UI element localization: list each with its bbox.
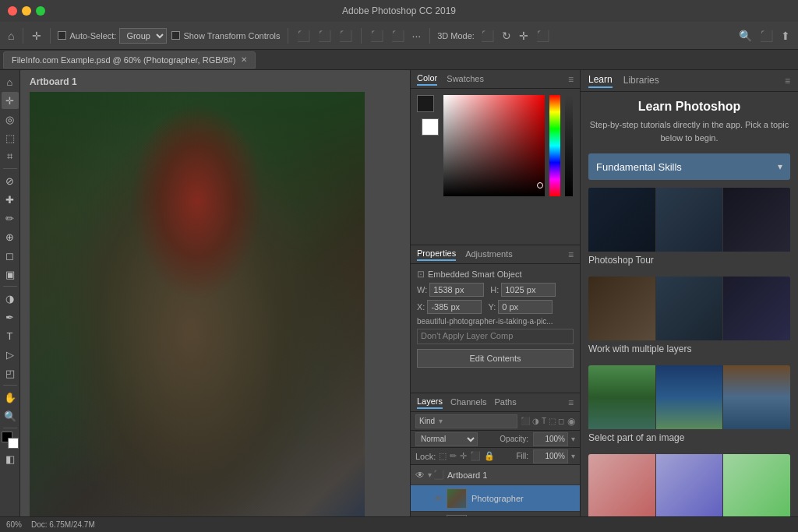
fundamental-skills-header[interactable]: Fundamental Skills ▾ — [588, 153, 790, 180]
hand-tool[interactable]: ✋ — [2, 389, 19, 406]
path-select-tool[interactable]: ▷ — [2, 346, 19, 363]
dodge-tool[interactable]: ◑ — [2, 290, 19, 307]
filter-smart-icon[interactable]: ◻ — [558, 417, 564, 425]
properties-panel-menu-icon[interactable]: ≡ — [568, 249, 574, 260]
layer-comp-dropdown[interactable]: Don't Apply Layer Comp — [417, 329, 574, 344]
select-part-thumb — [588, 365, 790, 429]
zoom-tool[interactable]: 🔍 — [2, 407, 19, 425]
foreground-color-swatch[interactable] — [417, 95, 434, 112]
close-button[interactable] — [8, 6, 17, 16]
healing-tool[interactable]: ✚ — [2, 191, 19, 208]
eyedropper-tool[interactable]: ⊘ — [2, 172, 19, 189]
share-icon[interactable]: ⬆ — [779, 28, 792, 44]
transform-checkbox[interactable] — [171, 31, 180, 40]
alpha-slider[interactable] — [565, 95, 573, 196]
lock-artboard-icon[interactable]: ⬛ — [470, 451, 481, 461]
y-input[interactable] — [498, 300, 553, 314]
distribute-icon[interactable]: ⬛ — [369, 28, 385, 44]
blend-mode-select[interactable]: Normal — [415, 432, 478, 446]
multiple-layers-card[interactable]: Work with multiple layers — [588, 277, 790, 358]
learn-panel-menu-icon[interactable]: ≡ — [785, 76, 790, 86]
lasso-tool[interactable]: ◎ — [2, 111, 19, 128]
marquee-tool[interactable]: ⬚ — [2, 129, 19, 146]
title-bar: Adobe Photoshop CC 2019 — [0, 0, 798, 22]
artboard-group-header[interactable]: 👁 ▾ ⬛ Artboard 1 — [411, 465, 580, 485]
lock-pixels-icon[interactable]: ✏ — [450, 451, 457, 461]
tab-close-icon[interactable]: ✕ — [241, 55, 247, 64]
photographer-layer[interactable]: 👁 Photographer — [411, 485, 580, 512]
fill-input[interactable] — [533, 449, 568, 463]
gradient-tool[interactable]: ▣ — [2, 266, 19, 283]
color-tab[interactable]: Color — [417, 73, 437, 86]
hue-slider[interactable] — [549, 95, 560, 196]
properties-tab[interactable]: Properties — [417, 248, 456, 261]
artboard-expand-icon[interactable]: ▾ — [428, 470, 432, 479]
view-icon[interactable]: ⬛ — [758, 28, 775, 44]
auto-select-checkbox[interactable] — [58, 31, 66, 40]
photographer-visibility-icon[interactable]: 👁 — [433, 494, 443, 503]
maximize-button[interactable] — [36, 6, 45, 16]
filter-type-icon[interactable]: T — [542, 417, 546, 425]
photoshop-tour-card[interactable]: Photoshop Tour — [588, 188, 790, 269]
filter-adjust-icon[interactable]: ◑ — [532, 417, 539, 425]
width-input[interactable] — [429, 283, 484, 297]
color-spectrum[interactable] — [443, 95, 545, 196]
quick-mask-tool[interactable]: ◧ — [2, 450, 19, 467]
selection-tool[interactable]: ✛ — [2, 92, 19, 109]
fill-arrow-icon[interactable]: ▾ — [571, 452, 575, 460]
color-panel-menu-icon[interactable]: ≡ — [568, 74, 574, 85]
background-color-swatch[interactable] — [422, 118, 439, 136]
layers-tab[interactable]: Layers — [417, 396, 443, 409]
artboard-eye-icon[interactable]: 👁 — [414, 470, 426, 481]
distribute2-icon[interactable]: ⬛ — [390, 28, 406, 44]
canvas-photo[interactable] — [30, 92, 365, 528]
libraries-tab[interactable]: Libraries — [623, 75, 659, 87]
3d-icon[interactable]: ⬛ — [479, 28, 496, 44]
paths-tab[interactable]: Paths — [495, 397, 517, 408]
filter-pixel-icon[interactable]: ⬛ — [521, 417, 530, 425]
align-left-icon[interactable]: ⬛ — [295, 28, 312, 44]
align-center-icon[interactable]: ⬛ — [316, 28, 333, 44]
opacity-input[interactable] — [533, 432, 568, 446]
move-tool[interactable]: ⌂ — [2, 73, 19, 90]
select-part-card[interactable]: Select part of an image — [588, 365, 790, 446]
lock-all-icon[interactable]: 🔒 — [484, 451, 495, 461]
text-tool[interactable]: T — [2, 327, 19, 344]
tool-separator-2 — [3, 286, 17, 287]
learn-tab[interactable]: Learn — [588, 74, 613, 88]
crop-tool[interactable]: ⌗ — [2, 148, 19, 165]
home-icon[interactable]: ⌂ — [6, 28, 16, 44]
filter-shape-icon[interactable]: ⬚ — [549, 417, 556, 425]
properties-panel: Properties Adjustments ≡ ⊡ Embedded Smar… — [411, 245, 580, 393]
auto-select-dropdown[interactable]: Group Layer — [119, 28, 167, 44]
layers-panel-menu-icon[interactable]: ≡ — [568, 397, 574, 408]
filter-toggle-icon[interactable]: ◉ — [567, 416, 575, 427]
search-icon[interactable]: 🔍 — [737, 28, 754, 44]
adjustments-tab[interactable]: Adjustments — [465, 249, 513, 260]
3d-pan-icon[interactable]: ✛ — [517, 28, 530, 44]
edit-contents-button[interactable]: Edit Contents — [417, 349, 574, 368]
opacity-arrow-icon[interactable]: ▾ — [571, 435, 575, 443]
pen-tool[interactable]: ✒ — [2, 308, 19, 326]
3d-rotate-icon[interactable]: ↻ — [500, 28, 513, 44]
move-tool-icon[interactable]: ✛ — [30, 28, 43, 44]
file-tab[interactable]: FileInfo.com Example.psd @ 60% (Photogra… — [3, 51, 256, 69]
3d-zoom-icon[interactable]: ⬛ — [535, 28, 551, 44]
clone-tool[interactable]: ⊕ — [2, 228, 19, 245]
more-options-icon[interactable]: ··· — [411, 28, 423, 44]
align-right-icon[interactable]: ⬛ — [337, 28, 354, 44]
lock-position-icon[interactable]: ✛ — [460, 451, 467, 461]
eraser-tool[interactable]: ◻ — [2, 247, 19, 264]
minimize-button[interactable] — [22, 6, 31, 16]
shape-tool[interactable]: ◰ — [2, 365, 19, 382]
swatches-tab[interactable]: Swatches — [447, 74, 484, 85]
canvas-container — [30, 92, 401, 532]
height-input[interactable] — [501, 283, 556, 297]
x-input[interactable] — [427, 300, 482, 314]
fg-bg-colors[interactable] — [2, 432, 19, 449]
x-field-pair: X: — [417, 300, 482, 314]
filter-kind-dropdown[interactable]: Kind ▾ — [415, 414, 517, 428]
lock-transparent-icon[interactable]: ⬚ — [439, 451, 447, 461]
channels-tab[interactable]: Channels — [450, 397, 486, 408]
brush-tool[interactable]: ✏ — [2, 210, 19, 227]
